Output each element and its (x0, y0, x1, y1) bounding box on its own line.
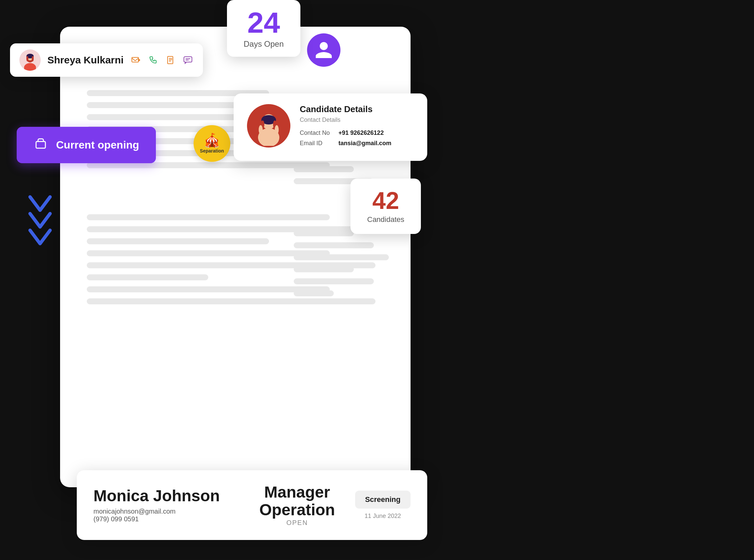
email-forward-icon[interactable] (130, 54, 141, 66)
stage-badge: Screening (355, 491, 411, 508)
chat-icon[interactable] (182, 54, 194, 66)
svg-point-24 (275, 125, 279, 135)
document-icon[interactable] (165, 54, 176, 66)
avatar-illustration (19, 49, 41, 71)
applicant-stage: Screening 11 June 2022 (355, 491, 411, 520)
applicant-email: monicajohnson@gmail.com (94, 507, 239, 515)
skeleton-line (294, 266, 354, 272)
days-open-label: Days Open (244, 39, 284, 49)
avatar (19, 49, 41, 71)
applicant-card: Monica Johnson monicajohnson@gmail.com (… (77, 470, 427, 540)
contact-no-value: +91 9262626122 (338, 129, 384, 137)
candidate-details-title: Candidate Details (300, 104, 414, 115)
email-id-value: tansia@gmail.com (338, 140, 392, 147)
separation-badge: 🎪 Separation (194, 125, 230, 162)
svg-point-23 (259, 125, 263, 135)
briefcase-icon (33, 136, 48, 154)
skeleton-line (87, 250, 330, 256)
skeleton-line (87, 214, 330, 220)
chevron-down-icon (27, 194, 54, 260)
contact-icons (130, 54, 194, 66)
skeleton-line (87, 238, 269, 244)
chevrons-down (27, 194, 54, 260)
skeleton-line (294, 291, 334, 296)
email-id-row: Email ID tansia@gmail.com (300, 140, 414, 147)
days-open-badge: 24 Days Open (227, 0, 300, 57)
contact-no-label: Contact No (300, 129, 333, 137)
stage-date: 11 June 2022 (364, 513, 401, 520)
candidate-info: Candidate Details Contact Details Contac… (300, 104, 414, 150)
skeleton-line (294, 242, 374, 248)
current-opening-button[interactable]: Current opening (17, 127, 156, 163)
candidate-photo-illustration (249, 106, 289, 146)
applicant-role-line1: Manager Operation (259, 484, 335, 519)
contact-name: Shreya Kulkarni (47, 54, 123, 66)
candidate-details-subtitle: Contact Details (300, 117, 414, 123)
skeleton-line (294, 278, 374, 284)
applicant-status: OPEN (259, 519, 335, 527)
applicant-phone: (979) 099 0591 (94, 515, 239, 523)
contact-card: Shreya Kulkarni (10, 43, 203, 77)
separation-label: Separation (200, 148, 224, 154)
candidate-photo (247, 104, 291, 147)
svg-point-6 (26, 56, 28, 61)
skeleton-line (294, 254, 389, 260)
applicant-info: Monica Johnson monicajohnson@gmail.com (… (94, 487, 239, 523)
candidates-number: 42 (367, 188, 404, 213)
skeleton-line (87, 286, 330, 292)
purple-avatar (307, 33, 340, 67)
skeleton-line (294, 166, 354, 172)
skeleton-line (87, 274, 208, 280)
candidates-label: Candidates (367, 215, 404, 224)
scene: 24 Days Open Shreya Kulkarni (0, 0, 754, 560)
contact-no-row: Contact No +91 9262626122 (300, 129, 414, 137)
current-opening-label: Current opening (56, 139, 139, 151)
svg-point-5 (32, 56, 34, 61)
svg-rect-7 (132, 57, 139, 62)
applicant-name: Monica Johnson (94, 487, 239, 505)
days-open-number: 24 (244, 8, 284, 37)
candidates-count-card: 42 Candidates (351, 179, 421, 234)
applicant-role-block: Manager Operation OPEN (259, 484, 335, 527)
candidate-details-card: Candidate Details Contact Details Contac… (234, 94, 427, 161)
separation-emoji: 🎪 (204, 134, 220, 147)
skeleton-line (294, 230, 354, 236)
phone-icon[interactable] (147, 54, 159, 66)
person-icon (314, 40, 334, 60)
email-id-label: Email ID (300, 140, 333, 147)
svg-rect-13 (184, 57, 192, 62)
svg-rect-16 (36, 141, 45, 148)
